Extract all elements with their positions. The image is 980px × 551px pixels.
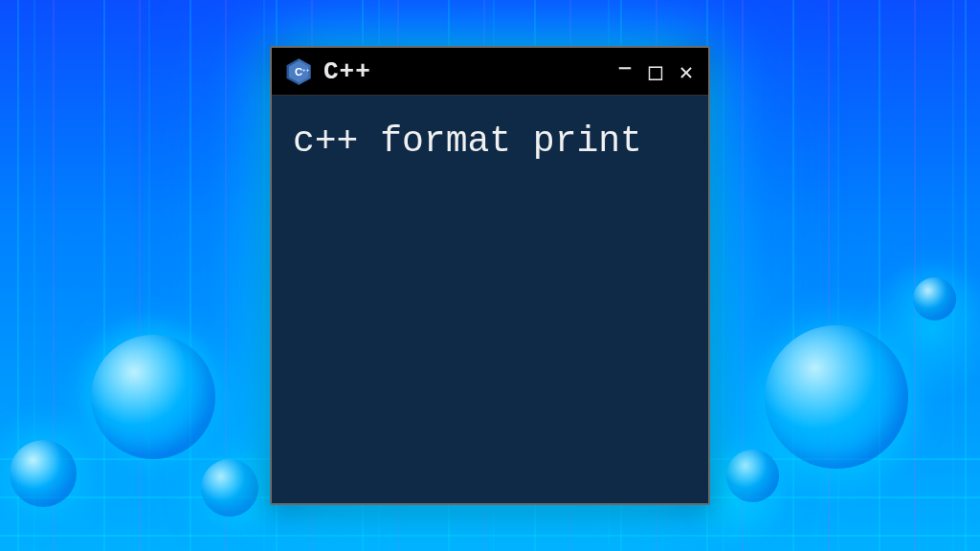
background-sphere bbox=[765, 325, 908, 469]
minimize-button[interactable]: − bbox=[614, 56, 635, 79]
cpp-logo-icon: C + + bbox=[283, 56, 314, 87]
svg-text:+: + bbox=[306, 67, 309, 73]
background-sphere bbox=[201, 459, 258, 517]
svg-text:C: C bbox=[295, 66, 302, 77]
terminal-content[interactable]: c++ format print bbox=[272, 96, 708, 503]
svg-text:+: + bbox=[302, 67, 305, 73]
window-controls: − □ ✕ bbox=[614, 60, 697, 83]
maximize-button[interactable]: □ bbox=[645, 60, 666, 83]
background-sphere bbox=[91, 335, 215, 459]
terminal-window: C + + C++ − □ ✕ c++ format print bbox=[270, 46, 710, 505]
close-button[interactable]: ✕ bbox=[676, 60, 697, 83]
window-title: C++ bbox=[323, 57, 605, 86]
titlebar[interactable]: C + + C++ − □ ✕ bbox=[272, 48, 708, 96]
background-sphere bbox=[913, 277, 956, 320]
background-sphere bbox=[726, 450, 779, 502]
background-sphere bbox=[10, 440, 77, 507]
